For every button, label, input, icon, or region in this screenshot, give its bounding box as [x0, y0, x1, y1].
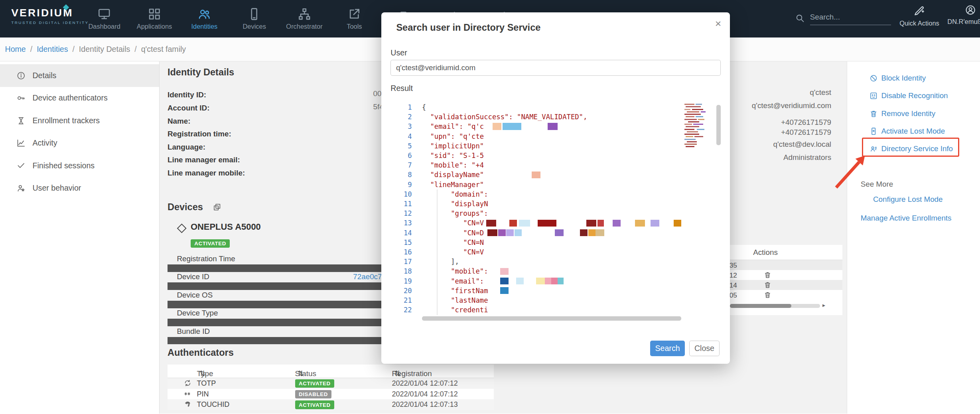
- action-activate-lost-mode[interactable]: Activate Lost Mode: [870, 124, 945, 138]
- redaction-chip: [536, 278, 545, 284]
- editor-line: 21 "lastName: [390, 296, 720, 305]
- nav-item-identities[interactable]: Identities: [179, 0, 229, 37]
- editor-line: 6 "sid": "S-1-5: [390, 151, 720, 160]
- identity-field-row: Name:: [168, 114, 380, 127]
- redaction-chip: [516, 278, 524, 284]
- nav-item-dashboard[interactable]: Dashboard: [79, 0, 129, 37]
- annotation-arrow: [832, 150, 872, 191]
- search-input[interactable]: [810, 10, 891, 25]
- table-row: :14: [726, 280, 842, 290]
- sort-icon: ⇅: [199, 369, 206, 378]
- editor-horizontal-scrollbar[interactable]: [422, 316, 681, 321]
- editor-line: 22 "credenti: [390, 305, 720, 315]
- column-header-actions[interactable]: Actions: [753, 248, 778, 257]
- redaction-chip: [558, 278, 564, 284]
- editor-line: 11 "displayN: [390, 199, 720, 209]
- redaction-chip: [519, 220, 530, 227]
- user-menu[interactable]: DN.R'emuß G...: [949, 4, 980, 26]
- modal-footer: Search Close: [650, 341, 720, 356]
- editor-line: 3 "email": "q'c: [390, 122, 720, 131]
- open-external-icon[interactable]: [213, 203, 221, 211]
- breadcrumb-home[interactable]: Home: [5, 45, 26, 54]
- redaction-chip: [515, 229, 522, 236]
- editor-line: 9 "lineManager": [390, 180, 720, 189]
- annotation-highlight-box: [862, 138, 959, 157]
- identity-value-upn: q'ctest@dev.local: [773, 140, 831, 149]
- breadcrumb-separator: /: [134, 45, 136, 54]
- editor-line: 10 "domain":: [390, 189, 720, 199]
- nav-item-devices[interactable]: Devices: [229, 0, 279, 37]
- authenticators-table-header: Type⇅ Status⇅ Registration Time⇅: [168, 365, 494, 378]
- breadcrumb-current: q'ctest family: [141, 45, 186, 54]
- horizontal-scrollbar[interactable]: [730, 304, 820, 308]
- chart-line-icon: [16, 138, 26, 148]
- trash-icon: [870, 110, 877, 118]
- close-icon[interactable]: ×: [715, 18, 722, 30]
- nav-item-orchestrator[interactable]: Orchestrator: [279, 0, 329, 37]
- user-circle-icon: [965, 4, 976, 16]
- device-field-label: Bundle ID: [177, 327, 210, 336]
- check-icon: [16, 161, 26, 170]
- sidebar-item-details[interactable]: Details: [0, 64, 159, 87]
- editor-vertical-scrollbar[interactable]: [716, 105, 721, 145]
- scroll-right-arrow[interactable]: ▸: [822, 302, 825, 308]
- search-icon: [795, 13, 805, 23]
- grid-icon: [148, 7, 161, 21]
- redaction-chip: [613, 220, 621, 227]
- editor-line: 4 "upn": "q'cte: [390, 132, 720, 141]
- identity-field-row: Language:: [168, 140, 380, 153]
- partial-table-header: Actions: [726, 245, 842, 260]
- identity-field-row: Registration time:: [168, 126, 380, 140]
- sidebar-item-device-authenticators[interactable]: Device authenticators: [0, 87, 159, 109]
- close-button[interactable]: Close: [689, 341, 719, 356]
- action-disable-recognition[interactable]: Disable Recognition: [870, 89, 948, 103]
- redaction-chip: [503, 123, 521, 130]
- editor-line: 12 "groups":: [390, 209, 720, 218]
- scrollbar-thumb[interactable]: [730, 304, 791, 308]
- hourglass-icon: [16, 116, 26, 126]
- json-result-editor[interactable]: 1{2 "validationSuccess": "NAME_VALIDATED…: [390, 99, 720, 323]
- redaction-chip: [548, 123, 558, 130]
- sidebar-item-activity[interactable]: Activity: [0, 132, 159, 154]
- search-button[interactable]: Search: [650, 341, 685, 356]
- redaction-chip: [538, 220, 556, 227]
- link-configure-lost-mode[interactable]: Configure Lost Mode: [873, 195, 943, 204]
- link-manage-active-enrollments[interactable]: Manage Active Enrollments: [861, 214, 952, 223]
- sidebar-item-user-behavior[interactable]: User behavior: [0, 177, 159, 199]
- breadcrumb-identities[interactable]: Identities: [37, 45, 68, 54]
- editor-line: 8 "displayName": [390, 170, 720, 179]
- authenticator-row-totp: TOTP ACTIVATED 2022/01/04 12:07:12: [168, 378, 494, 389]
- nav-item-applications[interactable]: Applications: [129, 0, 179, 37]
- redaction-chip: [555, 229, 564, 236]
- redaction-chip: [586, 220, 596, 227]
- status-badge: ACTIVATED: [295, 400, 335, 409]
- logo-tagline: TRUSTED DIGITAL IDENTITY: [11, 20, 89, 25]
- editor-line: 15 "CN=N: [390, 238, 720, 247]
- action-remove-identity[interactable]: Remove Identity: [870, 107, 936, 120]
- identity-value-username: q'ctest: [810, 88, 831, 97]
- action-block-identity[interactable]: Block Identity: [870, 71, 926, 85]
- sidebar-item-enrollment-trackers[interactable]: Enrollment trackers: [0, 109, 159, 132]
- trash-icon[interactable]: [764, 281, 771, 289]
- sort-icon: ⇅: [394, 369, 401, 378]
- users-icon: [197, 7, 211, 21]
- sort-icon: ⇅: [298, 369, 304, 378]
- redaction-chip: [498, 229, 506, 236]
- editor-line: 20 "firstNam: [390, 286, 720, 296]
- redaction-chip: [595, 229, 604, 236]
- redaction-chip: [509, 220, 517, 227]
- breadcrumb-separator: /: [30, 45, 32, 54]
- redaction-chip: [635, 220, 645, 227]
- logo-title: VERIDIUM: [11, 7, 89, 19]
- quick-actions-button[interactable]: Quick Actions: [899, 4, 939, 27]
- sidebar-item-finished-sessions[interactable]: Finished sessions: [0, 154, 159, 177]
- trash-icon[interactable]: [764, 271, 771, 279]
- editor-line: 7 "mobile": "+4: [390, 160, 720, 170]
- device-icon: [177, 224, 186, 233]
- trash-icon[interactable]: [764, 291, 771, 299]
- veridium-logo[interactable]: VERIDIUM TRUSTED DIGITAL IDENTITY: [11, 7, 89, 25]
- redaction-chip: [493, 123, 501, 130]
- redaction-chip: [588, 229, 596, 236]
- directory-user-input[interactable]: [390, 60, 720, 75]
- nav-item-tools[interactable]: Tools: [329, 0, 379, 37]
